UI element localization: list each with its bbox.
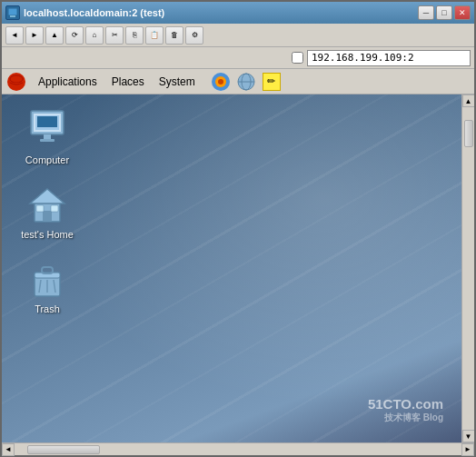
firefox-icon[interactable] <box>210 71 232 93</box>
svg-rect-19 <box>36 205 44 212</box>
paste-button[interactable]: 📋 <box>145 26 164 45</box>
main-window: localhost.localdomain:2 (test) ─ □ ✕ ◄ ►… <box>0 0 476 457</box>
address-checkbox[interactable] <box>292 52 303 64</box>
home-label: test's Home <box>21 229 74 240</box>
scroll-left-button[interactable]: ◄ <box>2 443 15 456</box>
title-bar-buttons: ─ □ ✕ <box>418 5 471 20</box>
close-button[interactable]: ✕ <box>454 5 471 20</box>
bottom-scrollbar: ◄ ► <box>2 442 474 455</box>
menu-icons: ✏ <box>210 71 283 93</box>
window-title: localhost.localdomain:2 (test) <box>24 7 164 18</box>
computer-icon-item[interactable]: Computer <box>11 104 84 169</box>
home-nav-button[interactable]: ⌂ <box>85 26 104 45</box>
scroll-up-button[interactable]: ▲ <box>462 94 475 107</box>
scroll-right-button[interactable]: ► <box>461 443 474 456</box>
settings-button[interactable]: ⚙ <box>185 26 203 45</box>
svg-rect-18 <box>43 211 52 222</box>
scroll-thumb-h[interactable] <box>27 445 100 454</box>
delete-button[interactable]: 🗑 <box>165 26 183 45</box>
watermark-sub: 技术博客 Blog <box>368 412 443 424</box>
svg-rect-1 <box>10 15 15 17</box>
title-bar-left: localhost.localdomain:2 (test) <box>5 5 164 20</box>
svg-marker-17 <box>30 189 64 204</box>
up-button[interactable]: ▲ <box>45 26 64 45</box>
applications-menu[interactable]: Applications <box>31 74 104 90</box>
svg-point-6 <box>218 79 223 84</box>
forward-button[interactable]: ► <box>25 26 44 45</box>
cut-button[interactable]: ✂ <box>105 26 124 45</box>
trash-icon <box>25 256 69 300</box>
scroll-down-button[interactable]: ▼ <box>462 430 475 442</box>
copy-button[interactable]: ⎘ <box>125 26 144 45</box>
network-icon[interactable] <box>235 71 257 93</box>
back-button[interactable]: ◄ <box>5 26 24 45</box>
svg-rect-14 <box>44 134 51 139</box>
computer-icon <box>25 107 69 151</box>
scroll-thumb-v[interactable] <box>464 120 473 147</box>
window-icon <box>5 5 20 20</box>
trash-icon-item[interactable]: Trash <box>11 253 84 318</box>
toolbar: ◄ ► ▲ ⟳ ⌂ ✂ ⎘ 📋 🗑 ⚙ <box>2 24 474 47</box>
svg-rect-0 <box>8 8 17 15</box>
h-scrollbar-track[interactable] <box>15 443 461 455</box>
system-menu[interactable]: System <box>152 74 203 90</box>
trash-label: Trash <box>35 303 60 314</box>
address-bar[interactable]: 192.168.199.109:2 <box>307 50 471 66</box>
home-icon <box>25 182 69 225</box>
edit-icon[interactable]: ✏ <box>261 71 283 93</box>
app-logo <box>5 71 27 93</box>
svg-rect-15 <box>40 139 55 142</box>
svg-rect-20 <box>51 205 58 212</box>
watermark-site: 51CTO.com <box>368 396 443 412</box>
svg-point-3 <box>10 75 23 83</box>
places-menu[interactable]: Places <box>104 74 152 90</box>
desktop-icons: Computer <box>11 104 84 318</box>
title-bar: localhost.localdomain:2 (test) ─ □ ✕ <box>2 2 474 24</box>
maximize-button[interactable]: □ <box>436 5 452 20</box>
minimize-button[interactable]: ─ <box>418 5 434 20</box>
refresh-button[interactable]: ⟳ <box>65 26 84 45</box>
svg-rect-13 <box>37 116 57 127</box>
home-icon-item[interactable]: test's Home <box>11 178 84 243</box>
right-scrollbar: ▲ ▼ <box>461 94 474 442</box>
menu-bar: Applications Places System <box>2 69 474 94</box>
main-area: Computer <box>2 94 474 442</box>
watermark: 51CTO.com 技术博客 Blog <box>368 396 443 424</box>
computer-label: Computer <box>25 154 69 165</box>
address-bar-row: 192.168.199.109:2 <box>2 47 474 69</box>
desktop[interactable]: Computer <box>2 94 461 442</box>
